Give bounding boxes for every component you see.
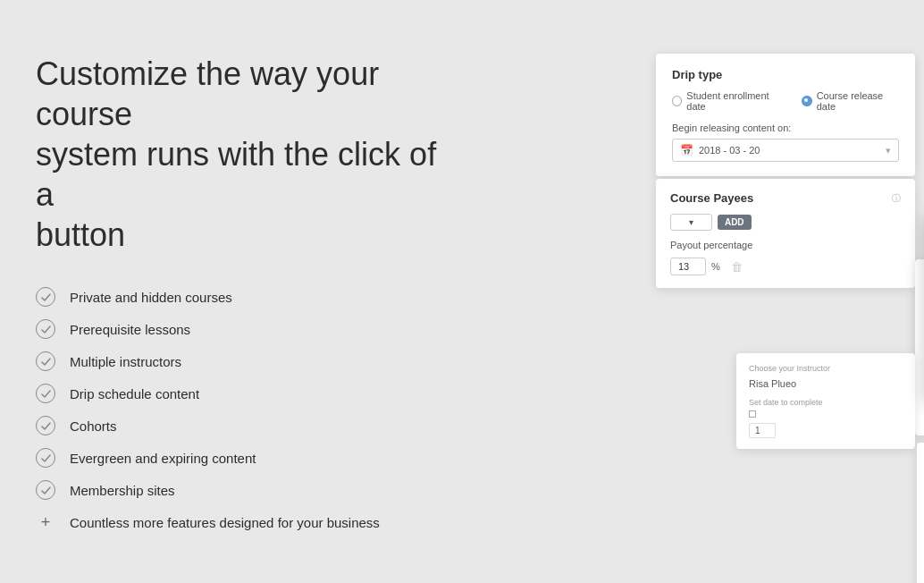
radio-circle-selected [802, 96, 811, 106]
payees-title: Course Payees [670, 191, 753, 205]
add-payee-button[interactable]: ADD [718, 215, 752, 230]
check-icon [36, 384, 55, 403]
payout-label: Payout percentage [670, 240, 901, 250]
pricing-card: Default pricing Free Offer free content … [917, 443, 924, 583]
feature-item: Drip schedule content [36, 384, 447, 403]
check-icon [36, 480, 55, 500]
feature-item: Private and hidden courses [36, 287, 447, 307]
check-icon [36, 416, 55, 435]
feature-item: Membership sites [36, 480, 447, 500]
feature-list: Private and hidden courses Prerequisite … [36, 287, 447, 532]
payees-info-icon: ⓘ [892, 192, 901, 205]
check-icon [36, 287, 55, 307]
course-payees-card: Course Payees ⓘ ▾ ADD Payout percentage … [656, 179, 915, 288]
drip-date-input[interactable]: 📅 2018 - 03 - 20 ▾ [672, 139, 899, 162]
drip-radio-row: Student enrollment date Course release d… [672, 90, 899, 112]
check-icon [36, 448, 55, 468]
feature-item: Evergreen and expiring content [36, 448, 447, 468]
drip-radio-enrollment[interactable]: Student enrollment date [672, 90, 784, 112]
instructor-number[interactable]: 1 [749, 423, 776, 438]
main-heading: Customize the way your course system run… [36, 54, 447, 255]
payout-row: 13 % 🗑 [670, 258, 901, 275]
instructor-card: Choose your Instructor Risa Plueo Set da… [736, 353, 915, 449]
instructor-name: Risa Plueo [749, 378, 903, 389]
radio-circle [672, 96, 682, 106]
right-panel: Drip type Student enrollment date Course… [459, 0, 924, 583]
feature-item: Multiple instructors [36, 351, 447, 371]
drip-card-title: Drip type [672, 68, 899, 81]
feature-item: Prerequisite lessons [36, 319, 447, 339]
payees-header: Course Payees ⓘ [670, 191, 901, 205]
basic-settings-card: Basic settings Course name Demo course C… [915, 259, 924, 435]
instructor-checkbox-row [749, 410, 903, 418]
feature-item-more: + Countless more features designed for y… [36, 512, 447, 532]
feature-item-cohorts: Cohorts [36, 416, 447, 435]
calendar-icon: 📅 [680, 144, 693, 156]
payout-value: 13 [670, 258, 706, 275]
payees-dropdown[interactable]: ▾ [670, 214, 712, 231]
payees-controls: ▾ ADD [670, 214, 901, 231]
check-icon [36, 319, 55, 339]
delete-icon[interactable]: 🗑 [731, 260, 743, 274]
plus-icon: + [36, 512, 55, 532]
instructor-checkbox[interactable] [749, 410, 756, 418]
drip-begin-label: Begin releasing content on: [672, 123, 899, 133]
instructor-complete-label: Set date to complete [749, 398, 903, 407]
percent-label: % [711, 261, 720, 272]
instructor-choose-label: Choose your Instructor [749, 364, 903, 373]
drip-radio-release[interactable]: Course release date [802, 90, 899, 112]
chevron-down-icon: ▾ [886, 145, 891, 156]
left-panel: Customize the way your course system run… [36, 54, 447, 545]
check-icon [36, 351, 55, 371]
drip-type-card: Drip type Student enrollment date Course… [656, 54, 915, 176]
